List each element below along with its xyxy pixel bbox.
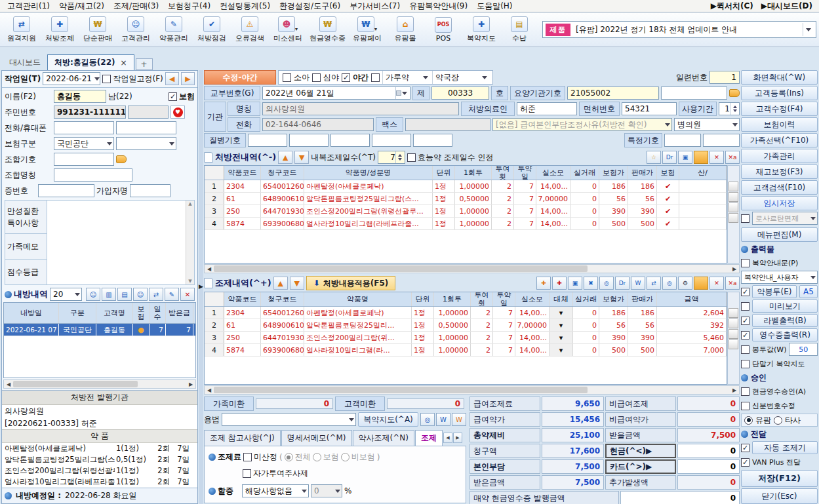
rx-row[interactable]: 1 2304 654001260 아펜탈정(아세클로페낙) 1정 1,00000… [205,180,727,193]
period-input[interactable]: 1 [719,102,740,115]
cash-button[interactable]: 현금(^<)▶ [605,444,676,458]
quick-search-toggle[interactable]: ▶퀵서치(C) [707,0,757,12]
upharm-mall-button[interactable]: ⌂ 유팜몰 [386,13,424,46]
serial-input[interactable]: 1 [709,71,740,84]
error-search-button[interactable]: ⚠ 오류검색 [231,13,269,46]
apply-rx-button[interactable]: ⬇처방내용적용(F5) [306,276,396,290]
receipt-print-button[interactable]: 영수증출력(R) [752,328,818,341]
col-insured[interactable]: 보험 [657,166,679,180]
notice-dropdown-icon[interactable] [803,23,813,36]
col-claim-code[interactable]: 청구코드 [261,166,304,180]
org-code2-input[interactable] [661,87,727,100]
midnight-checkbox[interactable] [312,73,321,82]
tab-dashboard[interactable]: 대시보드 [3,55,47,70]
transfer-icon[interactable]: ⇄ [149,288,163,301]
temp-save-button[interactable]: 임시저장 [741,196,818,210]
menu-item[interactable]: 유팜복약안내(9) [405,0,472,12]
dispense-row[interactable]: 3 250 644701930 조인스정200밀리그람(위... 1정 1,00… [205,332,727,344]
workdate-select[interactable]: 2022-06-21 [43,72,100,85]
special-code-2[interactable] [703,134,740,147]
col-ins-price[interactable]: 보험가 [599,292,628,306]
doctor-input[interactable]: 허준 [517,102,577,115]
van-other-radio[interactable] [774,416,782,425]
tab-dispense[interactable]: 조제 [415,430,443,446]
delete-row-icon[interactable]: ✕ [709,277,724,290]
smile-center-button[interactable]: ☻ ▾ 미소센터 [269,13,307,46]
rx-check-button[interactable]: ✔ 처방점검 [193,13,231,46]
doctor-search-icon[interactable]: Dr [662,151,677,164]
id-modify-checkbox[interactable] [741,402,749,410]
row-action-button[interactable] [729,182,738,191]
period-spinner[interactable] [730,103,739,115]
memo-scrollbar[interactable]: ▲▼ [186,201,194,284]
tab-add-button[interactable]: + [136,58,153,70]
no-calc-checkbox[interactable] [243,453,252,461]
night-checkbox[interactable]: ✓ [342,73,350,82]
delete-all-icon[interactable]: ✕a [725,277,740,290]
copy-icon[interactable]: ▣ [678,151,692,164]
col-unit[interactable]: 단위 [412,292,434,306]
child-checkbox[interactable] [283,73,291,82]
dispense-row[interactable]: 4 5874 693900680 얼사라정10밀리그램(라... 1정 1,00… [205,344,727,357]
medication-sheet-checkbox[interactable] [741,259,749,267]
preview-checkbox[interactable] [741,302,749,311]
org-book-icon[interactable] [729,89,740,97]
menu-item[interactable]: 보험청구(4) [163,0,215,12]
fax-input[interactable] [405,118,490,131]
row-action-button[interactable] [729,192,738,202]
mobile-input[interactable] [116,121,176,134]
dispense-button[interactable]: ✚ 처방조제 [41,13,79,46]
row-action-button[interactable] [729,308,738,318]
col-drug-name[interactable]: 약품명/성분명 [304,166,433,180]
favorite-icon[interactable]: ☆ [647,151,661,164]
name-input[interactable]: 홍길동 [54,90,106,103]
col-drug-code[interactable]: 약품코드 [224,166,261,180]
col-visit-date[interactable]: 내방일 [4,303,59,323]
edit-icon[interactable]: ✎ [165,288,179,301]
col-visit-name[interactable]: 고객명 [96,303,133,323]
self-inject-checkbox[interactable] [243,469,251,478]
dashboard-toggle[interactable]: ▶대시보드(D) [757,0,816,12]
disease-code-2[interactable] [289,134,329,147]
medication-guide-button[interactable]: 복약지도(^A) [358,412,418,427]
col-dose[interactable]: 1회투 [434,292,471,306]
scope-all-radio[interactable] [285,453,293,461]
next-day-button[interactable]: ▶ [181,72,195,85]
envelope-button[interactable]: 약봉투(E) [752,285,797,298]
jumin-input[interactable]: 991231-1111111 [54,106,126,119]
col-dose[interactable]: 1회투 [455,166,492,180]
col-consumed[interactable]: 실소모 [536,166,570,180]
row-action-button[interactable] [729,319,738,328]
col-substitute[interactable]: 대체 [549,292,573,306]
losartan-checkbox[interactable] [741,214,749,223]
terminal-guide-checkbox[interactable] [741,360,749,368]
dispense-row[interactable]: 1 2304 654001260 아펜탈정(아세클로페낙) 1정 1,00000… [205,307,727,319]
envelope-size-button[interactable]: A5 [799,285,818,298]
customer-register-button[interactable]: 고객등록(Ins) [741,86,818,100]
usage-select[interactable] [222,413,356,426]
rx-row[interactable]: 2 61 648900610 알닥톤필름코팅정25밀리그람(스... 1정 0,… [205,193,727,205]
powder-checkbox[interactable] [371,73,380,82]
menu-item[interactable]: 컨설팅통계(5) [215,0,275,12]
tel-input[interactable]: 02-1644-0646 [262,118,374,131]
col-ins-price[interactable]: 보험가 [599,166,628,180]
col-visit-days[interactable]: 일수 [150,303,166,323]
calendar-icon[interactable] [395,87,407,99]
instype2-select[interactable] [116,137,176,150]
rx-hscrollbar[interactable]: ◀▶ [204,264,740,273]
pharmacist-select[interactable]: 약국장 [432,71,489,84]
zoom-add-icon[interactable]: ◎ [599,277,614,290]
menu-item[interactable]: 고객관리(1) [3,0,54,12]
col-unit[interactable]: 단위 [433,166,455,180]
stock-adjust-button[interactable]: 재고보정(F3) [741,165,818,179]
insurance-history-button[interactable]: 보험이력 [741,117,818,132]
remote-support-button[interactable]: ⇄ 원격지원 [3,13,41,46]
col-visit-ins[interactable]: 보험 [133,303,150,323]
visit-count-select[interactable]: 20 [50,288,82,301]
zoom-screen-button[interactable]: 화면확대(^W) [741,70,818,85]
auto-dispenser-checkbox[interactable]: ✓ [741,444,749,452]
instype-select[interactable]: 국민공단 [54,137,114,150]
receive-payment-button[interactable]: ▤ 수납 [500,13,538,46]
col-sale-price[interactable]: 판매가 [628,166,657,180]
tab-close-icon[interactable]: × [120,58,127,68]
